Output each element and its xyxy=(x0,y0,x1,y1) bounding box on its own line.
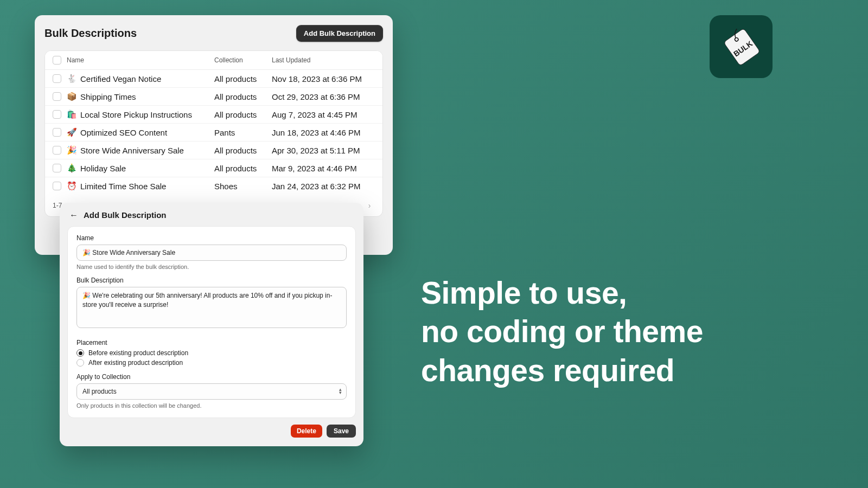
row-emoji-icon: 🚀 xyxy=(67,127,77,137)
row-emoji-icon: 📦 xyxy=(67,92,77,101)
placement-before-option[interactable]: Before existing product description xyxy=(76,349,347,357)
row-updated-text: Apr 30, 2023 at 5:11 PM xyxy=(272,146,375,155)
add-bulk-description-button[interactable]: Add Bulk Description xyxy=(296,25,383,42)
back-arrow-icon[interactable]: ← xyxy=(69,211,78,220)
column-header-name: Name xyxy=(67,56,214,64)
row-name-text: Local Store Pickup Instructions xyxy=(80,110,192,119)
row-name-text: Holiday Sale xyxy=(80,164,126,173)
row-checkbox[interactable] xyxy=(53,110,61,119)
row-collection-text: All products xyxy=(214,74,272,84)
row-emoji-icon: 🛍️ xyxy=(67,110,77,119)
row-collection-text: Shoes xyxy=(214,182,272,191)
column-header-updated: Last Updated xyxy=(272,56,375,64)
row-emoji-icon: ⏰ xyxy=(67,181,77,191)
row-updated-text: Nov 18, 2023 at 6:36 PM xyxy=(272,74,375,84)
table-header: Name Collection Last Updated xyxy=(45,51,382,70)
select-all-checkbox[interactable] xyxy=(53,56,61,65)
row-name-text: Certified Vegan Notice xyxy=(80,74,161,84)
placement-before-label: Before existing product description xyxy=(88,349,188,357)
row-collection-text: All products xyxy=(214,92,272,101)
name-help-text: Name used to identify the bulk descripti… xyxy=(76,264,347,270)
radio-icon xyxy=(76,349,84,357)
row-checkbox[interactable] xyxy=(53,182,61,190)
delete-button[interactable]: Delete xyxy=(291,425,322,438)
column-header-collection: Collection xyxy=(214,56,272,64)
row-updated-text: Mar 9, 2023 at 4:46 PM xyxy=(272,164,375,173)
row-emoji-icon: 🐇 xyxy=(67,74,77,84)
save-button[interactable]: Save xyxy=(327,425,356,438)
placement-after-label: After existing product description xyxy=(88,359,183,367)
bulk-tag-icon: BULK xyxy=(720,25,762,68)
row-updated-text: Jun 18, 2023 at 4:46 PM xyxy=(272,128,375,137)
table-row[interactable]: 📦 Shipping Times All products Oct 29, 20… xyxy=(45,88,382,106)
row-checkbox[interactable] xyxy=(53,92,61,101)
row-updated-text: Oct 29, 2023 at 6:36 PM xyxy=(272,92,375,101)
form-title: Add Bulk Description xyxy=(84,210,167,220)
description-textarea[interactable]: 🎉 We're celebrating our 5th anniversary!… xyxy=(76,287,347,328)
row-checkbox[interactable] xyxy=(53,146,61,155)
descriptions-table: Name Collection Last Updated 🐇 Certified… xyxy=(44,50,383,217)
row-collection-text: All products xyxy=(214,146,272,155)
row-checkbox[interactable] xyxy=(53,164,61,172)
description-label: Bulk Description xyxy=(76,277,347,284)
row-collection-text: All products xyxy=(214,110,272,119)
table-row[interactable]: 🚀 Optimized SEO Content Pants Jun 18, 20… xyxy=(45,124,382,142)
placement-after-option[interactable]: After existing product description xyxy=(76,359,347,367)
row-collection-text: All products xyxy=(214,164,272,173)
name-label: Name xyxy=(76,234,347,242)
apply-collection-select[interactable]: All products xyxy=(76,383,347,400)
table-row[interactable]: 🎄 Holiday Sale All products Mar 9, 2023 … xyxy=(45,159,382,177)
app-icon: BULK xyxy=(710,15,773,78)
row-updated-text: Jan 24, 2023 at 6:32 PM xyxy=(272,182,375,191)
row-emoji-icon: 🎉 xyxy=(67,145,77,155)
marketing-headline: Simple to use, no coding or theme change… xyxy=(421,274,703,390)
row-name-text: Shipping Times xyxy=(80,92,136,101)
row-collection-text: Pants xyxy=(214,128,272,137)
row-name-text: Store Wide Anniversary Sale xyxy=(80,146,184,155)
apply-collection-label: Apply to Collection xyxy=(76,373,347,381)
table-row[interactable]: ⏰ Limited Time Shoe Sale Shoes Jan 24, 2… xyxy=(45,177,382,195)
row-updated-text: Aug 7, 2023 at 4:45 PM xyxy=(272,110,375,119)
row-checkbox[interactable] xyxy=(53,128,61,137)
row-checkbox[interactable] xyxy=(53,74,61,83)
table-row[interactable]: 🐇 Certified Vegan Notice All products No… xyxy=(45,70,382,88)
table-row[interactable]: 🎉 Store Wide Anniversary Sale All produc… xyxy=(45,142,382,159)
radio-icon xyxy=(76,359,84,367)
apply-help-text: Only products in this collection will be… xyxy=(76,402,347,409)
table-row[interactable]: 🛍️ Local Store Pickup Instructions All p… xyxy=(45,106,382,124)
row-name-text: Optimized SEO Content xyxy=(80,128,167,137)
name-input[interactable] xyxy=(76,245,347,261)
page-title: Bulk Descriptions xyxy=(44,27,137,40)
next-page-button[interactable]: › xyxy=(364,200,375,211)
add-bulk-description-panel: ← Add Bulk Description Name Name used to… xyxy=(60,203,363,446)
placement-label: Placement xyxy=(76,339,347,346)
row-name-text: Limited Time Shoe Sale xyxy=(80,182,166,191)
row-emoji-icon: 🎄 xyxy=(67,163,77,173)
